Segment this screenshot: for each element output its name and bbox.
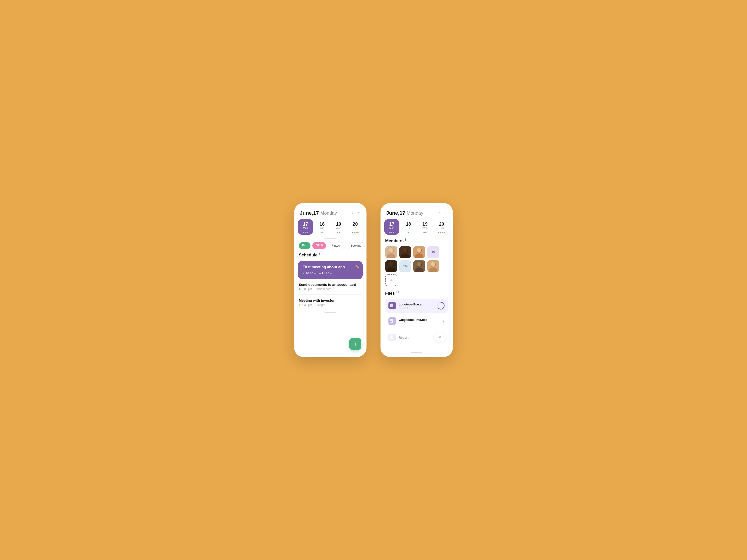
file-info-1: Logotype-Eco.ai 43,1 MB bbox=[399, 303, 434, 309]
event-card-first-meeting[interactable]: First meeting about app 10:30 am – 11:30… bbox=[298, 261, 363, 279]
rdot-p bbox=[438, 232, 439, 233]
next-btn-left[interactable]: › bbox=[357, 210, 361, 216]
dot-3 bbox=[307, 232, 308, 233]
header-month-right: June, bbox=[386, 210, 400, 216]
file-info-3: Report bbox=[399, 336, 432, 339]
file-item-1[interactable]: ai Logotype-Eco.ai 43,1 MB bbox=[385, 299, 448, 313]
tag-eco[interactable]: Eco bbox=[299, 242, 310, 249]
file-item-2[interactable]: doc Guigebook-info.doc 845 KB ⇣ bbox=[385, 315, 448, 328]
rdot-g18 bbox=[408, 232, 409, 233]
day-cell-18-right[interactable]: 18 Tue bbox=[401, 219, 416, 235]
day-num-20-right: 20 bbox=[439, 221, 444, 226]
members-grid: JM TM bbox=[385, 246, 448, 286]
member-avatar-jm[interactable]: JM bbox=[427, 246, 439, 258]
prev-btn-right[interactable]: ‹ bbox=[437, 210, 441, 216]
dot-2 bbox=[305, 232, 306, 233]
event-time-1: 10:30 am – 11:30 am bbox=[303, 272, 358, 275]
event-dot-2 bbox=[299, 288, 301, 290]
rdot-1 bbox=[389, 232, 390, 233]
next-btn-right[interactable]: › bbox=[443, 210, 447, 216]
member-avatar-1[interactable] bbox=[385, 246, 397, 258]
member-avatar-6[interactable] bbox=[413, 260, 425, 272]
svg-point-15 bbox=[389, 262, 393, 267]
members-section: Members 8 bbox=[381, 237, 453, 290]
event-dot-3 bbox=[299, 304, 301, 306]
dot-green-19 bbox=[339, 232, 340, 233]
file-doc-icon: doc bbox=[390, 319, 394, 323]
tags-row: Eco GNSi Fintech Booking bbox=[294, 242, 366, 252]
download-icon[interactable]: ⇣ bbox=[442, 319, 445, 323]
member-photo-6 bbox=[413, 260, 425, 272]
rdot-p19 bbox=[423, 232, 424, 233]
day-num-17-left: 17 bbox=[303, 221, 308, 226]
dots-19-left bbox=[337, 232, 340, 233]
header-title-left: June,17 Monday bbox=[300, 210, 349, 216]
day-num-19-right: 19 bbox=[422, 221, 428, 226]
file-name-2: Guigebook-info.doc bbox=[399, 318, 439, 322]
file-size-2: 845 KB bbox=[399, 322, 439, 324]
rdot-pk bbox=[444, 232, 445, 233]
day-cell-17-right[interactable]: 17 Mon bbox=[384, 219, 400, 235]
schedule-title: Schedule 5 bbox=[294, 252, 366, 261]
add-member-button[interactable]: + bbox=[385, 274, 397, 286]
dots-20-right bbox=[438, 232, 445, 233]
days-strip-right: 17 Mon 18 Tue 19 Wed bbox=[381, 219, 453, 237]
event-send-docs: Send documents to an accountant 5:00 pm … bbox=[294, 283, 366, 294]
day-cell-19-right[interactable]: 19 Wed bbox=[417, 219, 433, 235]
rdot-g bbox=[440, 232, 441, 233]
scroll-indicator-left bbox=[325, 238, 336, 239]
dots-18-right bbox=[408, 232, 409, 233]
dot-g bbox=[354, 232, 355, 233]
edit-icon-1[interactable]: ✏️ bbox=[355, 265, 359, 268]
dot-1 bbox=[303, 232, 304, 233]
member-avatar-7[interactable] bbox=[427, 260, 439, 272]
day-name-17-left: Mon bbox=[303, 226, 308, 229]
member-avatar-2[interactable] bbox=[399, 246, 411, 258]
tag-booking[interactable]: Booking bbox=[347, 242, 365, 249]
day-name-18-right: Tue bbox=[406, 226, 411, 229]
svg-point-11 bbox=[417, 248, 421, 253]
event-time-3: 5:30 pm – 7:30 pm bbox=[299, 303, 362, 306]
day-cell-20-right[interactable]: 20 Thu bbox=[434, 219, 449, 235]
file-name-3: Report bbox=[399, 336, 432, 339]
file-icon-1: ai bbox=[388, 302, 396, 310]
header-day-right: 17 bbox=[400, 210, 405, 216]
calendar-header-right: June,17 Monday ‹ › bbox=[381, 203, 453, 219]
dots-17-left bbox=[303, 232, 308, 233]
dot-pk bbox=[357, 232, 359, 233]
svg-rect-30 bbox=[390, 335, 393, 339]
close-button-file3[interactable]: ✕ bbox=[435, 332, 445, 343]
tag-gnsi[interactable]: GNSi bbox=[312, 242, 326, 249]
calendar-header-left: June,17 Monday ‹ › bbox=[294, 203, 366, 219]
day-cell-18-left[interactable]: 18 Tue bbox=[314, 219, 330, 235]
day-cell-20-left[interactable]: 20 Thu bbox=[347, 219, 363, 235]
day-cell-19-left[interactable]: 19 Wed bbox=[331, 219, 346, 235]
member-avatar-5[interactable] bbox=[385, 260, 397, 272]
bottom-indicator-left bbox=[325, 312, 336, 313]
day-num-18-right: 18 bbox=[406, 221, 411, 226]
download-spinner bbox=[437, 301, 445, 310]
header-title-right: June,17 Monday bbox=[386, 210, 435, 216]
day-num-17-right: 17 bbox=[389, 221, 394, 226]
file-size-1: 43,1 MB bbox=[399, 306, 434, 309]
member-avatar-tm[interactable]: TM bbox=[399, 260, 411, 272]
prev-btn-left[interactable]: ‹ bbox=[351, 210, 355, 216]
event-title-1: First meeting about app bbox=[303, 265, 358, 269]
event-investor: Meeting with investor 5:30 pm – 7:30 pm bbox=[294, 298, 366, 310]
member-avatar-3[interactable] bbox=[413, 246, 425, 258]
file-item-3[interactable]: Report ✕ bbox=[385, 329, 448, 345]
svg-point-3 bbox=[389, 248, 393, 253]
tag-fintech[interactable]: Fintech bbox=[328, 242, 345, 249]
file-ai-icon: ai bbox=[390, 303, 394, 308]
event-time-2: 5:00 pm — send report bbox=[299, 288, 362, 291]
rdot-2 bbox=[391, 232, 392, 233]
member-photo-1 bbox=[385, 246, 397, 258]
file-generic-icon bbox=[390, 335, 394, 340]
schedule-count: 5 bbox=[319, 252, 320, 256]
day-name-18-left: Tue bbox=[320, 226, 324, 229]
phones-container: June,17 Monday ‹ › 17 Mon 18 Tue bbox=[294, 203, 453, 357]
header-dayname-right: Monday bbox=[407, 211, 423, 216]
fab-add-button[interactable]: + bbox=[349, 338, 361, 350]
day-cell-17-left[interactable]: 17 Mon bbox=[298, 219, 313, 235]
file-info-2: Guigebook-info.doc 845 KB bbox=[399, 318, 439, 324]
